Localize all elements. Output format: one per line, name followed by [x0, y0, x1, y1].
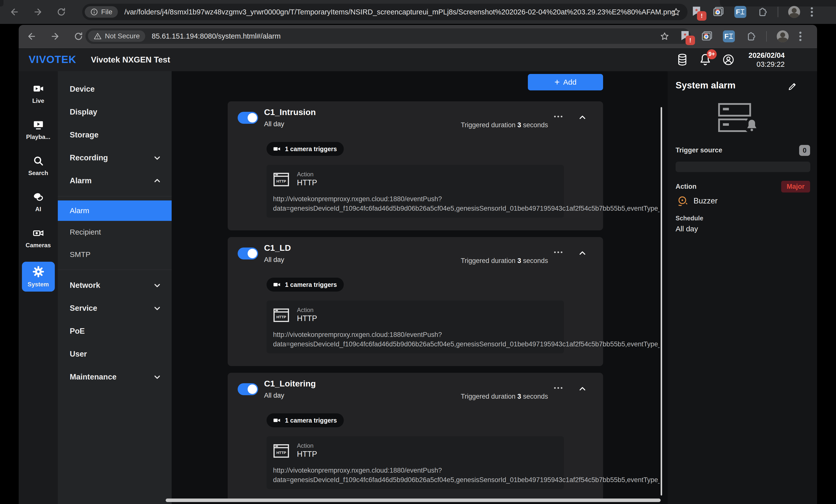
vertical-scrollbar[interactable]: [661, 107, 662, 496]
menu-item-alarm-group[interactable]: Alarm: [58, 169, 172, 192]
bookmark-star-icon[interactable]: [660, 32, 670, 41]
alarm-schedule: All day: [264, 120, 284, 128]
user-icon[interactable]: [722, 54, 735, 66]
action-value-row: Buzzer: [677, 195, 718, 207]
reload-icon: [56, 7, 66, 17]
inner-reload-button[interactable]: [71, 29, 86, 44]
outer-address-bar[interactable]: File /var/folders/j4/8smxl1b97wz48vzgmv3…: [82, 4, 687, 20]
detail-panel: System alarm Trigger source 0 Action Maj…: [668, 71, 817, 504]
more-options-button[interactable]: [551, 246, 566, 258]
nav-item-search[interactable]: Search: [22, 153, 55, 178]
notifications-button[interactable]: 9+: [699, 53, 712, 67]
collapse-button[interactable]: [576, 111, 589, 124]
nav-rail: Live Playba... Search AI Cameras System: [19, 71, 58, 504]
extension-alert-button[interactable]: !: [680, 30, 691, 43]
alarm-name: C1_Intrusion: [264, 107, 316, 117]
forward-button[interactable]: [31, 4, 45, 19]
extension-alert-badge: !: [697, 11, 706, 21]
nav-item-playback[interactable]: Playba...: [22, 117, 55, 142]
chevron-down-icon: [153, 372, 162, 382]
server-alarm-illustration: [718, 101, 768, 141]
menu-item-service[interactable]: Service: [58, 297, 172, 320]
inner-browser-window: Not Secure 85.61.151.194:8080/system.htm…: [19, 25, 817, 504]
menu-item-alarm[interactable]: Alarm: [58, 200, 172, 221]
camera-triggers-chip[interactable]: 1 camera triggers: [267, 142, 344, 156]
inner-forward-button[interactable]: [48, 29, 62, 44]
live-camera-icon: [33, 83, 44, 94]
camera-triggers-chip[interactable]: 1 camera triggers: [267, 278, 344, 292]
inner-address-bar[interactable]: Not Secure 85.61.151.194:8080/system.htm…: [86, 28, 691, 44]
chevron-up-icon: [578, 113, 587, 122]
screenshot-extension-icon[interactable]: [712, 6, 724, 18]
nav-item-cameras[interactable]: Cameras: [22, 226, 55, 251]
toolbar-separator: [766, 31, 767, 42]
reload-icon: [74, 32, 83, 41]
not-secure-chip[interactable]: Not Secure: [88, 31, 145, 42]
extension-alert-button[interactable]: !: [691, 6, 702, 18]
app-header: VIVOTEK Vivotek NXGEN Test 9+ 2026/02/04…: [19, 48, 817, 72]
edit-button[interactable]: [787, 81, 798, 92]
back-button[interactable]: [7, 4, 22, 19]
datetime-display: 2026/02/04 03:29:22: [748, 51, 785, 69]
notification-count-badge: 9+: [707, 49, 717, 59]
camera-icon: [273, 418, 281, 423]
menu-item-network[interactable]: Network: [58, 274, 172, 297]
nav-item-system[interactable]: System: [22, 262, 55, 292]
fonts-extension-icon[interactable]: F⌶: [723, 31, 735, 42]
chevron-up-icon: [153, 176, 162, 185]
camera-icon: [273, 282, 281, 287]
nav-item-ai[interactable]: AI: [22, 190, 55, 214]
gear-icon: [32, 266, 44, 278]
extensions-puzzle-icon[interactable]: [745, 31, 756, 42]
menu-item-display[interactable]: Display: [58, 101, 172, 123]
menu-divider: [58, 270, 172, 270]
nav-item-live[interactable]: Live: [22, 81, 55, 106]
menu-item-device[interactable]: Device: [58, 78, 172, 101]
trigger-source-input[interactable]: [676, 161, 810, 172]
page-title: Vivotek NXGEN Test: [91, 55, 170, 64]
file-scheme-chip[interactable]: File: [85, 6, 118, 18]
profile-avatar[interactable]: [788, 6, 800, 18]
alarm-card: C1_LD All day Triggered duration 3 secon…: [228, 237, 603, 366]
triggered-duration: Triggered duration 3 seconds: [461, 257, 548, 265]
alarm-enabled-toggle[interactable]: [238, 112, 258, 124]
menu-item-recipient[interactable]: Recipient: [58, 221, 172, 243]
alarm-card: C1_Loitering All day Triggered duration …: [228, 373, 603, 502]
camera-triggers-chip[interactable]: 1 camera triggers: [267, 413, 344, 427]
bookmark-star-icon[interactable]: [671, 7, 681, 17]
menu-item-poe[interactable]: PoE: [58, 320, 172, 343]
database-icon[interactable]: [676, 53, 688, 66]
inner-back-button[interactable]: [24, 29, 39, 44]
inner-url-text: 85.61.151.194:8080/system.html#/alarm: [152, 32, 281, 40]
reload-button[interactable]: [54, 4, 69, 19]
horizontal-scrollbar[interactable]: [166, 499, 661, 502]
file-chip-label: File: [101, 8, 112, 16]
menu-item-storage[interactable]: Storage: [58, 123, 172, 147]
screenshot-extension-icon[interactable]: [701, 31, 713, 42]
app-body: Live Playba... Search AI Cameras System: [19, 71, 817, 504]
back-icon: [27, 32, 37, 41]
action-type: HTTP: [297, 314, 317, 323]
menu-item-recording[interactable]: Recording: [58, 147, 172, 169]
browser-menu-button[interactable]: [810, 6, 814, 17]
menu-item-user[interactable]: User: [58, 343, 172, 366]
triggered-duration: Triggered duration 3 seconds: [461, 121, 548, 129]
extensions-puzzle-icon[interactable]: [756, 6, 768, 18]
collapse-button[interactable]: [576, 247, 589, 259]
time-text: 03:29:22: [748, 60, 785, 69]
collapse-button[interactable]: [576, 383, 589, 395]
alarm-enabled-toggle[interactable]: [238, 248, 258, 259]
alarm-enabled-toggle[interactable]: [238, 383, 258, 395]
more-options-button[interactable]: [551, 382, 566, 394]
menu-item-maintenance[interactable]: Maintenance: [58, 366, 172, 388]
more-options-button[interactable]: [551, 110, 566, 123]
not-secure-label: Not Secure: [105, 32, 140, 40]
profile-avatar[interactable]: [777, 31, 789, 42]
menu-item-smtp[interactable]: SMTP: [58, 243, 172, 266]
browser-menu-button[interactable]: [799, 31, 802, 42]
alarm-list: + Add C1_Intrusion All day Triggered dur…: [172, 71, 668, 504]
fonts-extension-icon[interactable]: F⌶: [734, 6, 746, 18]
add-alarm-button[interactable]: + Add: [528, 74, 603, 91]
outer-browser-toolbar: File /var/folders/j4/8smxl1b97wz48vzgmv3…: [0, 0, 836, 24]
svg-text:HTTP: HTTP: [277, 451, 286, 455]
